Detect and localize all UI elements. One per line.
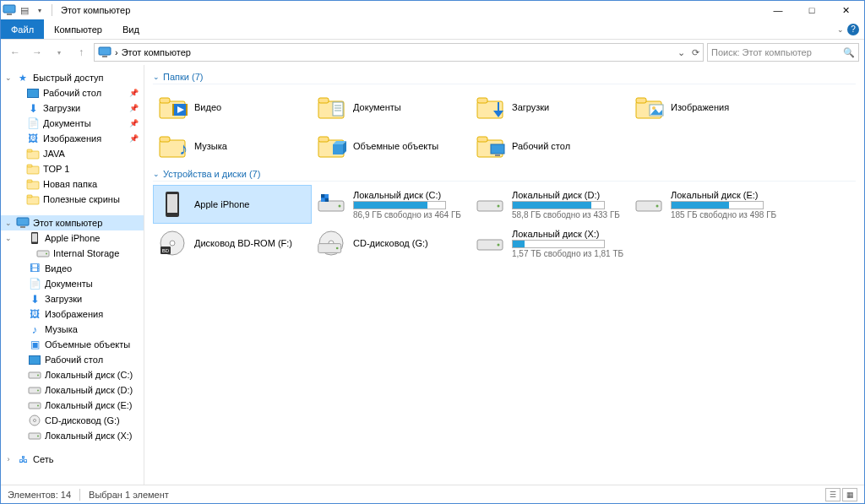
tree-label: Локальный диск (E:) bbox=[45, 400, 133, 410]
tile-name: CD-дисковод (G:) bbox=[353, 238, 466, 248]
folder-tile[interactable]: Рабочий стол bbox=[471, 127, 628, 165]
forward-button[interactable]: → bbox=[28, 43, 46, 62]
breadcrumb-sep: › bbox=[115, 47, 118, 57]
tree-this-pc[interactable]: ⌄Этот компьютер bbox=[1, 215, 144, 230]
close-button[interactable]: ✕ bbox=[829, 1, 862, 19]
refresh-icon[interactable]: ⟳ bbox=[692, 47, 699, 58]
tree-label: Изображения bbox=[45, 309, 103, 319]
ribbon: Файл Компьютер Вид ⌄ ? bbox=[1, 19, 864, 40]
tab-computer[interactable]: Компьютер bbox=[44, 19, 112, 39]
tile-name: Видео bbox=[194, 102, 307, 112]
folder-tile[interactable]: Загрузки bbox=[471, 89, 628, 126]
svg-rect-39 bbox=[495, 154, 500, 156]
tree-network[interactable]: ›🖧Сеть bbox=[1, 452, 144, 467]
tab-view[interactable]: Вид bbox=[112, 19, 150, 39]
tree-quick-access[interactable]: ⌄★Быстрый доступ bbox=[1, 70, 144, 85]
qat-properties-icon[interactable]: ▤ bbox=[18, 3, 31, 17]
network-icon: 🖧 bbox=[16, 453, 30, 466]
tree-pc-item[interactable]: ▣Объемные объекты bbox=[1, 337, 144, 352]
tab-file[interactable]: Файл bbox=[1, 19, 44, 39]
tree-pc-item[interactable]: ⬇Загрузки bbox=[1, 291, 144, 306]
tree-pc-item[interactable]: CD-дисковод (G:) bbox=[1, 413, 144, 428]
view-tiles-icon[interactable]: ▦ bbox=[842, 488, 857, 501]
folder-icon bbox=[26, 177, 40, 191]
minimize-button[interactable]: — bbox=[761, 1, 795, 19]
desktop-icon bbox=[28, 353, 41, 366]
folder-tile[interactable]: Документы bbox=[313, 89, 470, 126]
tree-label: TOP 1 bbox=[43, 164, 69, 174]
folder-tile[interactable]: ♪ Музыка bbox=[154, 127, 311, 165]
tree-label: Рабочий стол bbox=[45, 355, 103, 365]
navigation-tree[interactable]: ⌄★Быстрый доступРабочий стол📌⬇Загрузки📌📄… bbox=[1, 65, 144, 485]
tile-name: Объемные объекты bbox=[353, 141, 466, 151]
tree-quick-item[interactable]: Полезные скрины bbox=[1, 192, 144, 207]
svg-rect-25 bbox=[186, 104, 188, 116]
device-tile[interactable]: Локальный диск (D:) 58,8 ГБ свободно из … bbox=[471, 186, 628, 223]
cd-icon bbox=[28, 414, 41, 427]
tree-label: Рабочий стол bbox=[43, 88, 101, 98]
device-tile[interactable]: Apple iPhone bbox=[154, 186, 311, 223]
maximize-button[interactable]: □ bbox=[795, 1, 829, 19]
tree-pc-subitem[interactable]: Internal Storage bbox=[1, 246, 144, 261]
breadcrumb-location[interactable]: Этот компьютер bbox=[122, 47, 191, 57]
tree-quick-item[interactable]: Рабочий стол📌 bbox=[1, 85, 144, 100]
group-header-devices[interactable]: ⌄ Устройства и диски (7) bbox=[153, 169, 856, 182]
tree-pc-item[interactable]: 📄Документы bbox=[1, 276, 144, 291]
usage-bar bbox=[353, 201, 446, 209]
address-dropdown-icon[interactable]: ⌄ bbox=[677, 47, 685, 58]
status-bar: Элементов: 14 Выбран 1 элемент ☰ ▦ bbox=[1, 485, 864, 503]
tree-pc-item[interactable]: ♪Музыка bbox=[1, 322, 144, 337]
tree-quick-item[interactable]: ⬇Загрузки📌 bbox=[1, 100, 144, 116]
pictures-icon: 🖼 bbox=[26, 132, 40, 145]
drive-icon bbox=[28, 429, 41, 442]
tree-quick-item[interactable]: 🖼Изображения📌 bbox=[1, 131, 144, 146]
ribbon-expand-icon[interactable]: ⌄ bbox=[837, 25, 844, 34]
chevron-down-icon: ⌄ bbox=[153, 170, 160, 178]
recent-dropdown-icon[interactable]: ▾ bbox=[50, 43, 68, 62]
tree-quick-item[interactable]: JAVA bbox=[1, 146, 144, 161]
tree-pc-item[interactable]: Локальный диск (E:) bbox=[1, 398, 144, 413]
tile-name: Загрузки bbox=[512, 102, 625, 112]
address-bar[interactable]: › Этот компьютер ⌄ ⟳ bbox=[94, 43, 704, 62]
3d-icon: ▣ bbox=[28, 338, 41, 351]
folder-tile[interactable]: Объемные объекты bbox=[313, 127, 470, 165]
help-icon[interactable]: ? bbox=[847, 24, 859, 35]
folder-icon bbox=[26, 147, 40, 160]
tree-pc-item[interactable]: 🖼Изображения bbox=[1, 306, 144, 322]
content-pane[interactable]: ⌄ Папки (7) Видео Документы Загрузки Изо… bbox=[144, 65, 864, 485]
location-pc-icon bbox=[98, 46, 112, 59]
device-tile[interactable]: CD-дисковод (G:) bbox=[313, 225, 470, 262]
pin-icon: 📌 bbox=[129, 89, 139, 97]
folder-tile[interactable]: Видео bbox=[154, 89, 311, 126]
tree-quick-item[interactable]: 📄Документы📌 bbox=[1, 116, 144, 131]
qat-dropdown-icon[interactable]: ▾ bbox=[33, 3, 46, 17]
tree-pc-item[interactable]: 🎞Видео bbox=[1, 261, 144, 276]
device-tile[interactable]: Локальный диск (E:) 185 ГБ свободно из 4… bbox=[630, 186, 787, 223]
tree-pc-item[interactable]: Рабочий стол bbox=[1, 352, 144, 367]
drive-icon bbox=[475, 189, 505, 219]
up-button[interactable]: ↑ bbox=[72, 43, 90, 62]
body: ⌄★Быстрый доступРабочий стол📌⬇Загрузки📌📄… bbox=[1, 65, 864, 485]
title-bar: ▤ ▾ Этот компьютер — □ ✕ bbox=[1, 1, 864, 19]
usage-bar bbox=[512, 201, 605, 209]
tree-label: Этот компьютер bbox=[33, 218, 102, 228]
group-header-folders[interactable]: ⌄ Папки (7) bbox=[153, 72, 856, 84]
svg-rect-26 bbox=[333, 102, 343, 116]
documents-icon: 📄 bbox=[26, 117, 40, 130]
tree-pc-item[interactable]: ⌄Apple iPhone bbox=[1, 230, 144, 246]
device-tile[interactable]: Локальный диск (C:) 86,9 ГБ свободно из … bbox=[313, 186, 470, 223]
group-label: Папки (7) bbox=[163, 72, 203, 82]
search-box[interactable]: Поиск: Этот компьютер 🔍 bbox=[707, 43, 859, 62]
tile-name: Локальный диск (E:) bbox=[671, 190, 784, 200]
tree-pc-item[interactable]: Локальный диск (X:) bbox=[1, 428, 144, 443]
tree-pc-item[interactable]: Локальный диск (D:) bbox=[1, 382, 144, 398]
folder-tile[interactable]: Изображения bbox=[630, 89, 787, 126]
tree-quick-item[interactable]: TOP 1 bbox=[1, 161, 144, 176]
tree-quick-item[interactable]: Новая папка bbox=[1, 176, 144, 192]
back-button[interactable]: ← bbox=[6, 43, 24, 62]
folder-icon bbox=[26, 192, 40, 206]
view-details-icon[interactable]: ☰ bbox=[825, 488, 841, 501]
device-tile[interactable]: Локальный диск (X:) 1,57 ТБ свободно из … bbox=[471, 225, 628, 262]
device-tile[interactable]: Дисковод BD-ROM (F:) bbox=[154, 225, 311, 262]
tree-pc-item[interactable]: Локальный диск (C:) bbox=[1, 367, 144, 382]
